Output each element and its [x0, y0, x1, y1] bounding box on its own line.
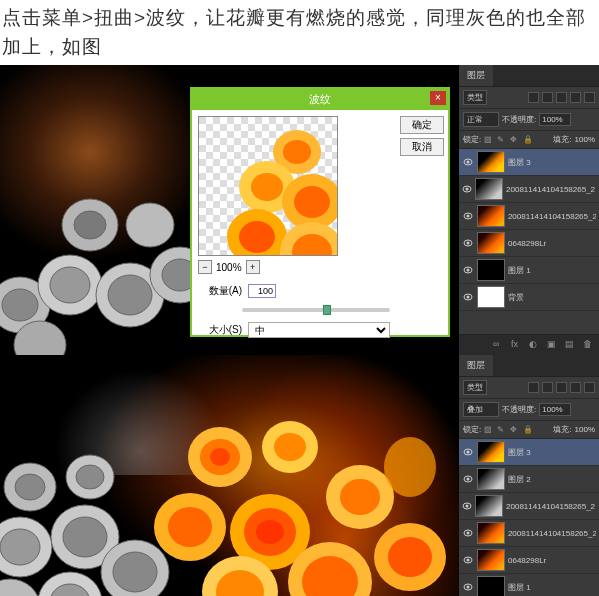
- zoom-in-button[interactable]: +: [246, 260, 260, 274]
- layer-name: 0648298Lr: [508, 239, 546, 248]
- layer-row[interactable]: 图层 3: [459, 439, 599, 466]
- fill-input[interactable]: 100%: [575, 135, 595, 144]
- layer-thumb[interactable]: [477, 576, 505, 596]
- svg-point-69: [467, 478, 470, 481]
- layer-row[interactable]: 200811414104158265_2: [459, 203, 599, 230]
- eye-icon[interactable]: [462, 528, 474, 538]
- eye-icon[interactable]: [462, 474, 474, 484]
- layer-row[interactable]: 200811414104158265_2: [459, 520, 599, 547]
- layer-row[interactable]: 0648298Lr: [459, 230, 599, 257]
- layers-list: 图层 3 200811414104158265_2 副本 20081141410…: [459, 149, 599, 311]
- lock-icon[interactable]: ▨: [484, 425, 494, 435]
- close-icon[interactable]: ×: [430, 91, 446, 105]
- dialog-titlebar[interactable]: 波纹 ×: [192, 89, 448, 110]
- svg-point-75: [467, 559, 470, 562]
- lock-position-icon[interactable]: ✥: [510, 135, 520, 145]
- zoom-out-button[interactable]: −: [198, 260, 212, 274]
- amount-input[interactable]: [248, 284, 276, 298]
- layer-row[interactable]: 图层 1: [459, 257, 599, 284]
- svg-point-33: [467, 296, 470, 299]
- svg-point-7: [74, 211, 106, 239]
- kind-filter[interactable]: 类型: [463, 380, 487, 395]
- lock-all-icon[interactable]: 🔒: [523, 425, 533, 435]
- cancel-button[interactable]: 取消: [400, 138, 444, 156]
- opacity-input[interactable]: 100%: [539, 113, 571, 126]
- lock-pixels-icon[interactable]: ✎: [497, 135, 507, 145]
- filter-icon[interactable]: [556, 382, 567, 393]
- fx-icon[interactable]: fx: [511, 339, 523, 351]
- eye-icon[interactable]: [462, 211, 474, 221]
- filter-icon[interactable]: [570, 92, 581, 103]
- eye-icon[interactable]: [462, 582, 474, 592]
- eye-icon[interactable]: [462, 238, 474, 248]
- svg-point-1: [2, 289, 38, 321]
- layer-name: 图层 3: [508, 157, 531, 168]
- layers-list-2: 图层 3 图层 2 200811414104158265_2 副本 200811…: [459, 439, 599, 596]
- new-layer-icon[interactable]: ▤: [565, 339, 577, 351]
- workspace-2: 图层 类型 叠加 不透明度: 100% 锁定: ▨ ✎ ✥ 🔒 填充: 100%…: [0, 355, 599, 596]
- ok-button[interactable]: 确定: [400, 116, 444, 134]
- filter-icon[interactable]: [584, 382, 595, 393]
- filter-icon[interactable]: [584, 92, 595, 103]
- eye-icon[interactable]: [462, 265, 474, 275]
- folder-icon[interactable]: ▣: [547, 339, 559, 351]
- eye-icon[interactable]: [462, 184, 472, 194]
- layer-thumb[interactable]: [475, 495, 503, 517]
- ripple-dialog: 波纹 × −: [190, 87, 450, 337]
- filter-icon[interactable]: [528, 382, 539, 393]
- trash-icon[interactable]: 🗑: [583, 339, 595, 351]
- svg-point-42: [0, 579, 40, 596]
- eye-icon[interactable]: [462, 501, 472, 511]
- svg-point-27: [466, 215, 469, 218]
- svg-point-19: [239, 221, 275, 253]
- kind-filter[interactable]: 类型: [463, 90, 487, 105]
- opacity-input[interactable]: 100%: [539, 403, 571, 416]
- eye-icon[interactable]: [462, 555, 474, 565]
- layer-row[interactable]: 图层 1: [459, 574, 599, 596]
- filter-icon[interactable]: [528, 92, 539, 103]
- layer-row[interactable]: 图层 3: [459, 149, 599, 176]
- layer-name: 200811414104158265_2 副本: [506, 184, 596, 195]
- layer-thumb[interactable]: [477, 522, 505, 544]
- filter-icon[interactable]: [570, 382, 581, 393]
- filter-icon[interactable]: [542, 92, 553, 103]
- layer-thumb[interactable]: [475, 178, 503, 200]
- filter-icon[interactable]: [542, 382, 553, 393]
- layer-thumb[interactable]: [477, 549, 505, 571]
- size-select[interactable]: 中: [248, 322, 390, 338]
- eye-icon[interactable]: [462, 447, 474, 457]
- layer-row[interactable]: 200811414104158265_2 副本: [459, 176, 599, 203]
- svg-point-56: [256, 520, 284, 544]
- layer-row[interactable]: 背景: [459, 284, 599, 311]
- lock-pixels-icon[interactable]: ✎: [497, 425, 507, 435]
- lock-label: 锁定:: [463, 424, 481, 435]
- layer-thumb[interactable]: [477, 151, 505, 173]
- blend-select[interactable]: 叠加: [463, 402, 499, 417]
- layer-thumb[interactable]: [477, 286, 505, 308]
- eye-icon[interactable]: [462, 292, 474, 302]
- layer-thumb[interactable]: [477, 205, 505, 227]
- filter-icon[interactable]: [556, 92, 567, 103]
- fill-input[interactable]: 100%: [575, 425, 595, 434]
- svg-point-35: [15, 474, 45, 500]
- layer-row[interactable]: 图层 2: [459, 466, 599, 493]
- svg-point-58: [340, 479, 380, 515]
- layer-row[interactable]: 200811414104158265_2 副本: [459, 493, 599, 520]
- link-icon[interactable]: ∞: [493, 339, 505, 351]
- layer-thumb[interactable]: [477, 441, 505, 463]
- lock-icon[interactable]: ▨: [484, 135, 494, 145]
- layer-row[interactable]: 0648298Lr: [459, 547, 599, 574]
- eye-icon[interactable]: [462, 157, 474, 167]
- amount-slider[interactable]: [242, 308, 390, 312]
- blend-select[interactable]: 正常: [463, 112, 499, 127]
- svg-point-53: [168, 507, 212, 547]
- panel-tab-layers[interactable]: 图层: [459, 355, 493, 376]
- layer-thumb[interactable]: [477, 259, 505, 281]
- layer-thumb[interactable]: [477, 468, 505, 490]
- lock-all-icon[interactable]: 🔒: [523, 135, 533, 145]
- preview-box[interactable]: [198, 116, 338, 256]
- mask-icon[interactable]: ◐: [529, 339, 541, 351]
- panel-tab-layers[interactable]: 图层: [459, 65, 493, 86]
- layer-thumb[interactable]: [477, 232, 505, 254]
- lock-position-icon[interactable]: ✥: [510, 425, 520, 435]
